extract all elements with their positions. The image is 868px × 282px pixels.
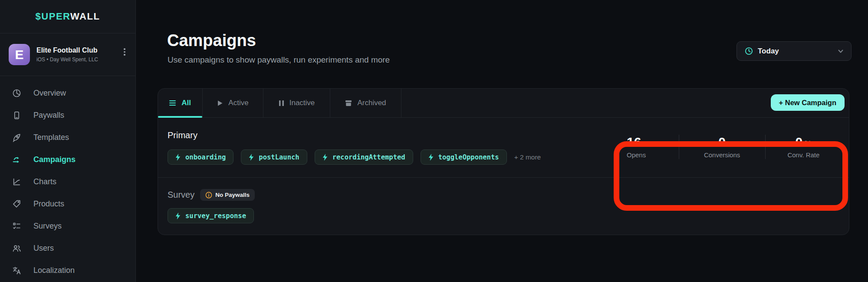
sidebar-item-users[interactable]: Users (0, 237, 135, 259)
campaign-tabs: All Active Inactive (158, 89, 849, 118)
archive-icon (345, 100, 352, 106)
workspace-name: Elite Football Club (36, 46, 98, 54)
tab-archived[interactable]: Archived (330, 89, 401, 117)
campaign-name: Primary (168, 130, 197, 140)
chevron-down-icon (837, 48, 844, 55)
list-icon (169, 100, 176, 106)
stat-conv-rate-label: Conv. Rate (787, 151, 819, 159)
sidebar-nav: Overview Paywalls Templates Campaigns (0, 76, 135, 282)
sidebar-item-campaigns[interactable]: Campaigns (0, 149, 135, 171)
checklist-icon (12, 222, 21, 231)
workspace-avatar: E (9, 44, 30, 65)
tab-label: Archived (357, 99, 386, 107)
trigger-tags: survey_response (168, 208, 254, 223)
people-icon (12, 244, 21, 253)
trigger-tag-label: recordingAttempted (332, 153, 405, 161)
line-chart-icon (12, 177, 21, 186)
tab-inactive[interactable]: Inactive (263, 89, 330, 117)
campaign-row-primary[interactable]: Primary onboarding postLaunch recordingA… (158, 118, 849, 177)
stat-opens: 16 Opens (619, 118, 679, 176)
translate-icon (12, 266, 21, 275)
sidebar-item-surveys[interactable]: Surveys (0, 215, 135, 237)
tab-label: Active (228, 99, 248, 107)
sidebar-item-label: Overview (33, 89, 66, 98)
more-triggers-label[interactable]: + 2 more (514, 153, 541, 161)
sidebar-item-overview[interactable]: Overview (0, 82, 135, 104)
tag-icon (12, 199, 21, 209)
stat-conversions-value: 0 (718, 136, 726, 149)
sidebar-item-label: Surveys (33, 222, 62, 231)
trigger-tag[interactable]: postLaunch (241, 149, 307, 165)
trigger-tag[interactable]: recordingAttempted (315, 149, 413, 165)
date-filter-dropdown[interactable]: Today (736, 41, 852, 61)
logo-accent-text: $UPER (36, 11, 70, 22)
rocket-icon (12, 133, 21, 142)
new-campaign-button[interactable]: + New Campaign (771, 94, 845, 111)
campaign-name: Survey (168, 190, 194, 200)
sidebar-item-label: Templates (33, 133, 69, 142)
trigger-tag-label: survey_response (185, 212, 246, 220)
sidebar-item-label: Charts (33, 177, 56, 186)
workspace-subtitle: iOS • Day Well Spent, LLC (36, 56, 98, 63)
sidebar-item-localization[interactable]: Localization (0, 259, 135, 282)
workspace-menu-icon[interactable] (121, 48, 128, 61)
stat-conv-rate: 0% Conv. Rate (766, 118, 842, 176)
sidebar-item-templates[interactable]: Templates (0, 126, 135, 149)
sidebar: $UPERWALL E Elite Football Club iOS • Da… (0, 0, 136, 282)
badge-label: No Paywalls (215, 192, 250, 198)
phone-icon (12, 111, 21, 120)
stat-opens-label: Opens (627, 151, 646, 159)
stat-conv-rate-value: 0 (796, 135, 803, 149)
stat-conv-rate-unit: % (804, 139, 812, 148)
tab-label: All (181, 99, 191, 107)
trigger-tag-label: onboarding (185, 153, 226, 161)
page-title: Campaigns (167, 31, 256, 50)
date-filter-value: Today (758, 47, 779, 56)
campaign-stats: 16 Opens 0 Conversions 0% Conv. Rate (619, 118, 842, 176)
trigger-tag-label: postLaunch (259, 153, 299, 161)
tab-all[interactable]: All (158, 89, 203, 117)
sidebar-item-label: Campaigns (33, 155, 76, 164)
sidebar-item-charts[interactable]: Charts (0, 171, 135, 193)
workspace-meta: Elite Football Club iOS • Day Well Spent… (36, 46, 98, 63)
info-circle-icon (205, 192, 212, 199)
sidebar-item-label: Paywalls (33, 111, 64, 120)
clock-icon (745, 47, 753, 55)
trigger-tags: onboarding postLaunch recordingAttempted… (168, 149, 541, 165)
sidebar-item-label: Localization (33, 266, 75, 275)
trigger-tag[interactable]: onboarding (168, 149, 233, 165)
play-icon (217, 100, 223, 106)
campaign-row-survey[interactable]: Survey No Paywalls survey_response (158, 177, 849, 235)
stat-conversions: 0 Conversions (679, 118, 765, 176)
logo-rest-text: WALL (70, 11, 100, 22)
tab-label: Inactive (289, 99, 315, 107)
no-paywalls-badge: No Paywalls (200, 189, 255, 201)
sidebar-item-label: Products (33, 199, 64, 209)
page-subtitle: Use campaigns to show paywalls, run expe… (168, 55, 390, 65)
trigger-tag[interactable]: survey_response (168, 208, 254, 223)
campaigns-panel: All Active Inactive (158, 88, 849, 235)
superwall-wordmark: $UPERWALL (36, 11, 100, 22)
sidebar-item-label: Users (33, 244, 54, 253)
pause-icon (279, 100, 284, 106)
workspace-selector[interactable]: E Elite Football Club iOS • Day Well Spe… (0, 33, 135, 76)
stat-conversions-label: Conversions (704, 151, 740, 159)
split-arrows-icon (12, 155, 21, 164)
brand-logo[interactable]: $UPERWALL (0, 0, 135, 33)
main-content: Campaigns Use campaigns to show paywalls… (136, 0, 868, 282)
stat-opens-value: 16 (627, 136, 641, 149)
sidebar-item-paywalls[interactable]: Paywalls (0, 104, 135, 126)
pie-chart-icon (12, 89, 21, 98)
sidebar-item-products[interactable]: Products (0, 193, 135, 215)
superwall-dashboard: $UPERWALL E Elite Football Club iOS • Da… (0, 0, 868, 282)
trigger-tag[interactable]: toggleOpponents (421, 149, 507, 165)
trigger-tag-label: toggleOpponents (438, 153, 499, 161)
tab-active[interactable]: Active (203, 89, 263, 117)
